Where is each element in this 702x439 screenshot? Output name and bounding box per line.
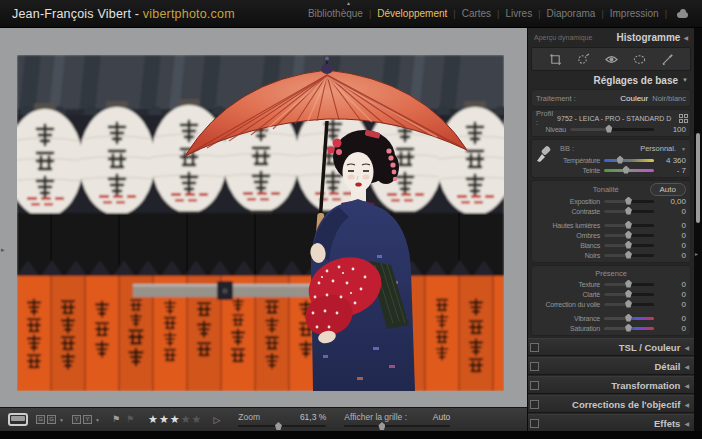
auto-tone-button[interactable]: Auto — [650, 183, 686, 196]
split-view-button[interactable]: Y Y ▼ — [72, 415, 100, 424]
loupe-view-button[interactable] — [8, 413, 28, 426]
wb-eyedropper-icon[interactable] — [535, 145, 551, 163]
zoom-slider[interactable] — [238, 425, 326, 427]
develop-right-panel: Aperçu dynamique Histogramme ◀ Réglages … — [527, 28, 694, 431]
panel-toggle-switch[interactable] — [530, 381, 539, 390]
grid-overlay-control: Afficher la grille : Auto — [344, 412, 450, 427]
module-separator: | — [665, 9, 667, 19]
zoom-label: Zoom — [238, 412, 260, 422]
blacks-slider[interactable] — [604, 254, 654, 257]
collapse-arrow-icon[interactable]: ◀ — [683, 34, 688, 41]
star-icon[interactable]: ★ — [159, 414, 169, 425]
panel-header-hsl[interactable]: TSL / Couleur ◀ — [528, 338, 694, 356]
module-print[interactable]: Impression — [610, 8, 659, 19]
panel-toggle-switch[interactable] — [530, 362, 539, 371]
profile-amount-slider[interactable] — [570, 128, 654, 131]
collapse-arrow-icon: ◀ — [684, 344, 689, 351]
saturation-value[interactable]: 0 — [658, 324, 686, 333]
shadows-slider[interactable] — [604, 234, 654, 237]
texture-slider[interactable] — [604, 283, 654, 286]
panel-toggle-switch[interactable] — [530, 400, 539, 409]
profile-value[interactable]: 9752 - LEICA - PRO - STANDARD D — [557, 115, 671, 122]
panel-header-transform[interactable]: Transformation ◀ — [528, 376, 694, 394]
treatment-color-option[interactable]: Couleur — [620, 94, 648, 103]
clarity-slider[interactable] — [604, 293, 654, 296]
basic-panel-header[interactable]: Réglages de base ▼ — [528, 72, 694, 88]
clarity-value[interactable]: 0 — [658, 290, 686, 299]
star-icon[interactable]: ★ — [181, 414, 191, 425]
vibrance-label: Vibrance — [536, 315, 600, 322]
contrast-value[interactable]: 0 — [658, 207, 686, 216]
zoom-value[interactable]: 61,3 % — [300, 412, 326, 422]
profile-amount-value[interactable]: 100 — [658, 125, 686, 134]
chevron-down-icon[interactable]: ▼ — [59, 417, 64, 423]
histogram-panel-header[interactable]: Histogramme — [616, 32, 680, 43]
wb-preset-value[interactable]: Personnal. — [640, 144, 676, 153]
panel-toggle-switch[interactable] — [530, 419, 539, 428]
tone-box: Tonalité Auto Exposition 0,00 Contraste … — [531, 180, 691, 263]
texture-value[interactable]: 0 — [658, 280, 686, 289]
profile-box: Profil : 9752 - LEICA - PRO - STANDARD D… — [531, 109, 691, 137]
vibrance-value[interactable]: 0 — [658, 314, 686, 323]
contrast-slider[interactable] — [604, 210, 654, 213]
panel-header-detail[interactable]: Détail ◀ — [528, 357, 694, 375]
sync-cloud-icon[interactable] — [675, 9, 690, 19]
left-panel-collapse-arrow[interactable]: ▸ — [1, 246, 5, 254]
treatment-bw-option[interactable]: Noir/blanc — [652, 94, 686, 103]
adjustment-brush-icon[interactable] — [661, 53, 674, 66]
before-after-icon: G — [36, 415, 45, 424]
panel-scrollbar-thumb[interactable] — [696, 133, 700, 223]
module-map[interactable]: Cartes — [462, 8, 491, 19]
chevron-down-icon[interactable]: ▼ — [681, 146, 686, 152]
exposure-value[interactable]: 0,00 — [658, 197, 686, 206]
panel-header-effects[interactable]: Effets ◀ — [528, 414, 694, 431]
module-develop[interactable]: Développement — [377, 8, 447, 19]
star-icon[interactable]: ★ — [170, 414, 180, 425]
panel-header-lens-corrections[interactable]: Corrections de l'objectif ◀ — [528, 395, 694, 413]
before-after-view-button[interactable]: G G ▼ — [36, 415, 64, 424]
saturation-label: Saturation — [536, 325, 600, 332]
dehaze-value[interactable]: 0 — [658, 300, 686, 309]
grid-slider[interactable] — [344, 425, 450, 427]
red-eye-icon[interactable] — [605, 53, 618, 66]
panel-title: Effets — [654, 418, 680, 429]
spot-removal-icon[interactable] — [577, 53, 590, 66]
profile-browser-icon[interactable] — [679, 114, 688, 123]
treatment-box: Traitement : Couleur Noir/blanc — [531, 89, 691, 107]
right-panel-collapse-arrow[interactable]: ▸ — [695, 250, 698, 257]
module-library[interactable]: Bibliothèque — [308, 8, 363, 19]
highlights-slider[interactable] — [604, 224, 654, 227]
blacks-value[interactable]: 0 — [658, 251, 686, 260]
right-panel-edge: ▸ — [694, 28, 702, 431]
exposure-slider[interactable] — [604, 200, 654, 203]
chevron-down-icon[interactable]: ▼ — [95, 417, 100, 423]
title-bar: Jean-François Vibert - vibertphoto.com B… — [0, 0, 702, 28]
tint-value[interactable]: - 7 — [658, 166, 686, 175]
play-slideshow-icon[interactable]: ▷ — [213, 415, 220, 425]
smart-preview-status[interactable]: Aperçu dynamique — [534, 34, 592, 41]
module-slideshow[interactable]: Diaporama — [546, 8, 595, 19]
grid-value[interactable]: Auto — [433, 412, 451, 422]
whites-value[interactable]: 0 — [658, 241, 686, 250]
temperature-value[interactable]: 4 360 — [658, 156, 686, 165]
radial-filter-icon[interactable] — [633, 53, 646, 66]
tint-slider[interactable] — [604, 169, 654, 172]
split-view-icon: Y — [83, 415, 92, 424]
temperature-slider[interactable] — [604, 159, 654, 162]
shadows-value[interactable]: 0 — [658, 231, 686, 240]
module-book[interactable]: Livres — [505, 8, 532, 19]
panel-toggle-switch[interactable] — [530, 343, 539, 352]
reject-flag-icon[interactable]: ⚑ — [126, 415, 134, 424]
top-panel-collapse-arrow[interactable]: ▴ — [347, 0, 350, 6]
blacks-label: Noirs — [536, 252, 600, 259]
dehaze-slider[interactable] — [604, 303, 654, 306]
crop-overlay-icon[interactable] — [549, 53, 562, 66]
whites-slider[interactable] — [604, 244, 654, 247]
saturation-slider[interactable] — [604, 327, 654, 330]
pick-flag-icon[interactable]: ⚑ — [112, 415, 120, 424]
star-icon[interactable]: ★ — [148, 414, 158, 425]
highlights-value[interactable]: 0 — [658, 221, 686, 230]
star-icon[interactable]: ★ — [192, 414, 202, 425]
vibrance-slider[interactable] — [604, 317, 654, 320]
panel-title: Transformation — [611, 380, 680, 391]
